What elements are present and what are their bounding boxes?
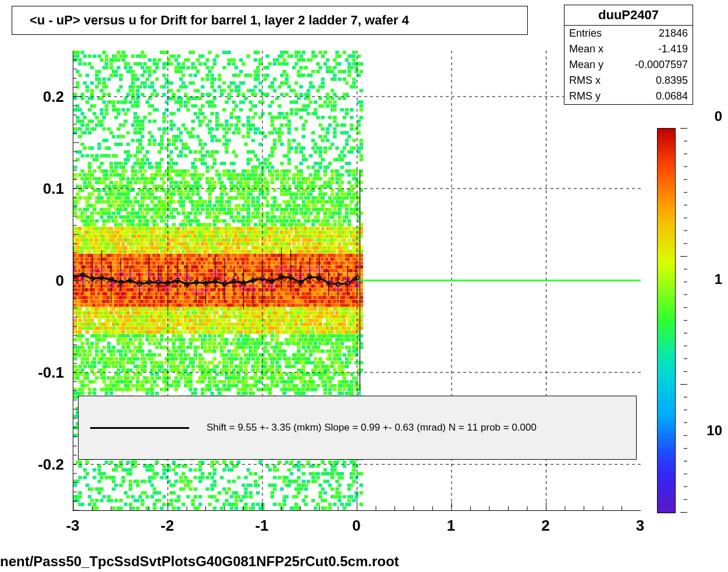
cb-tick-hidden: 0 [715, 108, 722, 125]
fit-legend: Shift = 9.55 +- 3.35 (mkm) Slope = 0.99 … [78, 396, 637, 460]
y-tick: 0.2 [43, 88, 64, 106]
value: 0.0684 [656, 90, 688, 102]
x-tick: -3 [66, 517, 79, 535]
colorbar [657, 128, 676, 513]
label: Entries [569, 27, 602, 40]
root-plot: <u - uP> versus u for Drift for barrel 1… [0, 0, 728, 572]
x-tick: -1 [255, 517, 268, 535]
fit-line-sample [90, 427, 189, 429]
footer-path: nent/Pass50_TpcSsdSvtPlotsG40G081NFP25rC… [0, 553, 399, 570]
value: 0.8395 [656, 74, 688, 87]
fit-text: Shift = 9.55 +- 3.35 (mkm) Slope = 0.99 … [207, 422, 537, 434]
y-tick: 0 [56, 272, 64, 290]
stats-entries: Entries 21846 [564, 26, 693, 41]
stats-meany: Mean y -0.0007597 [564, 57, 693, 73]
plot-title: <u - uP> versus u for Drift for barrel 1… [12, 6, 528, 35]
stats-rmsy: RMS y 0.0684 [564, 88, 693, 104]
value: -0.0007597 [635, 59, 688, 71]
y-tick: 0.1 [43, 180, 64, 198]
label: Mean x [569, 43, 603, 55]
colorbar-labels: 0 1 10 [681, 128, 722, 512]
x-tick: -2 [161, 517, 174, 535]
cb-tick-1: 1 [715, 271, 722, 287]
stats-hist-name: duuP2407 [564, 5, 693, 26]
x-tick: 0 [352, 517, 360, 535]
label: RMS x [569, 74, 601, 87]
x-axis-ticks: -3-2-10123 [73, 513, 640, 537]
x-tick: 1 [447, 517, 455, 535]
label: RMS y [569, 90, 601, 102]
x-tick: 3 [636, 517, 644, 535]
y-axis-ticks: -0.2-0.100.10.2 [0, 51, 70, 510]
y-tick: -0.1 [38, 364, 64, 382]
cb-tick-10: 10 [706, 422, 722, 439]
svg-point-92 [73, 267, 76, 272]
y-tick: -0.2 [38, 456, 64, 474]
label: Mean y [569, 59, 603, 71]
stats-box: duuP2407 Entries 21846 Mean x -1.419 Mea… [564, 5, 693, 105]
value: 21846 [659, 27, 688, 40]
value: -1.419 [658, 43, 688, 55]
x-tick: 2 [541, 517, 549, 535]
stats-meanx: Mean x -1.419 [564, 41, 693, 57]
stats-rmsx: RMS x 0.8395 [564, 73, 693, 88]
title-text: <u - uP> versus u for Drift for barrel 1… [30, 13, 409, 28]
